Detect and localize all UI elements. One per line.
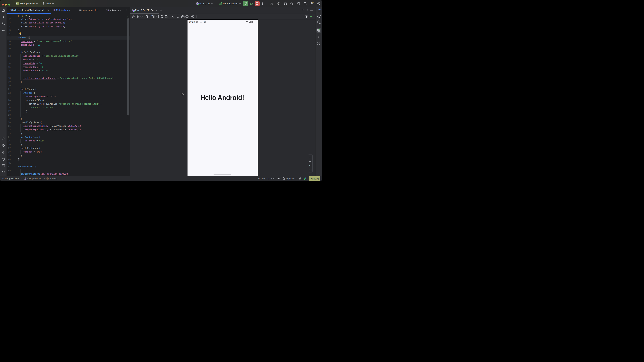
svg-text:λ: λ: [47, 178, 48, 180]
svg-text:A: A: [278, 3, 279, 5]
svg-text:A: A: [204, 21, 205, 22]
